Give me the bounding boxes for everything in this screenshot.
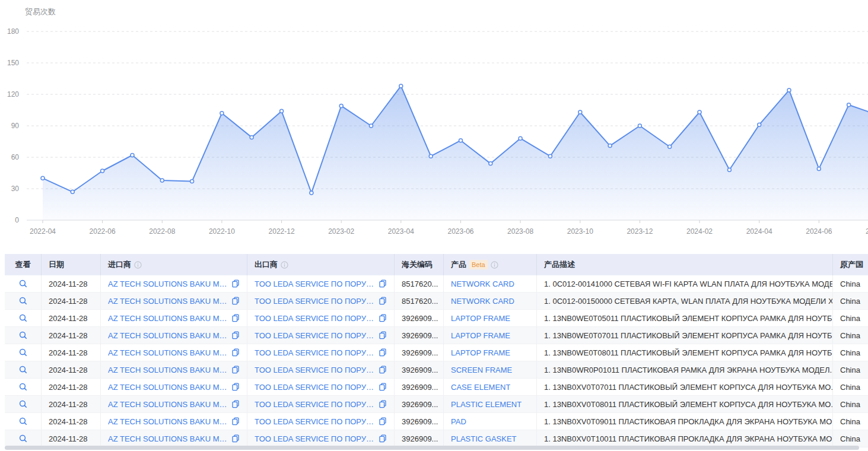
x-axis-label: 2024-04 <box>746 227 772 236</box>
view-search-icon[interactable] <box>18 279 28 288</box>
product-link[interactable]: SCREEN FRAME <box>451 366 512 374</box>
importer-cell: AZ TECH SOLUTIONS BAKU MMC <box>101 413 247 430</box>
copy-icon[interactable] <box>231 297 240 305</box>
view-search-icon[interactable] <box>18 348 28 357</box>
data-point-marker <box>727 168 731 171</box>
copy-icon[interactable] <box>231 400 240 408</box>
copy-icon[interactable] <box>231 383 240 391</box>
table-row: 2024-11-28 AZ TECH SOLUTIONS BAKU MMC TO… <box>5 293 868 310</box>
copy-icon[interactable] <box>231 348 240 357</box>
product-link[interactable]: LAPTOP FRAME <box>451 314 510 323</box>
exporter-link[interactable]: TOO LEDA SERVICE ПО ПОРУЧЕН... <box>255 400 375 409</box>
product-link[interactable]: LAPTOP FRAME <box>451 331 510 340</box>
exporter-link[interactable]: TOO LEDA SERVICE ПО ПОРУЧЕН... <box>255 331 375 340</box>
copy-icon[interactable] <box>231 434 240 443</box>
data-point-marker <box>578 110 582 114</box>
date-cell: 2024-11-28 <box>42 379 101 395</box>
product-link[interactable]: PLASTIC ELEMENT <box>451 400 522 409</box>
date-cell: 2024-11-28 <box>42 344 101 361</box>
table-row: 2024-11-28 AZ TECH SOLUTIONS BAKU MMC TO… <box>5 344 868 361</box>
product-link[interactable]: NETWORK CARD <box>451 280 514 288</box>
copy-icon[interactable] <box>379 297 387 305</box>
x-axis-label: 2022-08 <box>149 227 175 236</box>
importer-link[interactable]: AZ TECH SOLUTIONS BAKU MMC <box>108 417 228 426</box>
product-cell: SCREEN FRAME <box>444 361 537 378</box>
importer-link[interactable]: AZ TECH SOLUTIONS BAKU MMC <box>108 434 228 443</box>
data-point-marker <box>847 103 851 107</box>
hs-code-value: 3926909... <box>402 366 438 374</box>
date-value: 2024-11-28 <box>49 400 88 409</box>
importer-link[interactable]: AZ TECH SOLUTIONS BAKU MMC <box>108 314 228 323</box>
product-link[interactable]: PLASTIC GASKET <box>451 434 517 443</box>
product-link[interactable]: PAD <box>451 417 466 426</box>
copy-icon[interactable] <box>379 417 387 425</box>
origin-cell: China <box>833 275 868 292</box>
horizontal-scrollbar-thumb[interactable] <box>5 446 859 450</box>
importer-link[interactable]: AZ TECH SOLUTIONS BAKU MMC <box>108 400 228 409</box>
product-cell: LAPTOP FRAME <box>444 344 537 361</box>
view-search-icon[interactable] <box>18 313 28 323</box>
view-cell <box>5 310 42 326</box>
exporter-cell: TOO LEDA SERVICE ПО ПОРУЧЕН... <box>247 413 395 430</box>
importer-link[interactable]: AZ TECH SOLUTIONS BAKU MMC <box>108 348 228 357</box>
view-cell <box>5 293 42 309</box>
info-icon[interactable] <box>491 261 498 269</box>
view-search-icon[interactable] <box>18 296 28 306</box>
copy-icon[interactable] <box>231 280 240 288</box>
product-link[interactable]: CASE ELEMENT <box>451 383 510 392</box>
importer-link[interactable]: AZ TECH SOLUTIONS BAKU MMC <box>108 331 228 340</box>
copy-icon[interactable] <box>379 434 387 443</box>
date-value: 2024-11-28 <box>49 434 88 443</box>
importer-link[interactable]: AZ TECH SOLUTIONS BAKU MMC <box>108 280 228 288</box>
exporter-link[interactable]: TOO LEDA SERVICE ПО ПОРУЧЕН... <box>255 314 375 323</box>
column-header-product: 产品 Beta <box>444 254 537 275</box>
copy-icon[interactable] <box>379 366 387 374</box>
origin-value: China <box>840 366 860 374</box>
view-search-icon[interactable] <box>18 382 28 392</box>
copy-icon[interactable] <box>379 348 387 357</box>
origin-value: China <box>840 297 860 306</box>
copy-icon[interactable] <box>379 280 387 288</box>
view-search-icon[interactable] <box>18 331 28 340</box>
origin-cell: China <box>833 361 868 378</box>
x-axis-label: 2024-06 <box>806 227 832 236</box>
copy-icon[interactable] <box>379 400 387 408</box>
data-point-marker <box>190 180 194 183</box>
exporter-link[interactable]: TOO LEDA SERVICE ПО ПОРУЧЕН... <box>255 383 375 392</box>
importer-link[interactable]: AZ TECH SOLUTIONS BAKU MMC <box>108 383 228 392</box>
data-point-marker <box>370 124 373 128</box>
importer-link[interactable]: AZ TECH SOLUTIONS BAKU MMC <box>108 366 228 374</box>
exporter-link[interactable]: TOO LEDA SERVICE ПО ПОРУЧЕН... <box>255 280 375 288</box>
exporter-link[interactable]: TOO LEDA SERVICE ПО ПОРУЧЕН... <box>255 366 375 374</box>
copy-icon[interactable] <box>231 331 240 339</box>
copy-icon[interactable] <box>231 417 240 425</box>
importer-link[interactable]: AZ TECH SOLUTIONS BAKU MMC <box>108 297 228 306</box>
x-axis-label: 2022-04 <box>30 227 56 236</box>
exporter-link[interactable]: TOO LEDA SERVICE ПО ПОРУЧЕН... <box>255 417 375 426</box>
copy-icon[interactable] <box>231 366 240 374</box>
info-icon[interactable] <box>134 261 142 269</box>
chart-title: 贸易次数 <box>25 7 56 17</box>
view-search-icon[interactable] <box>18 365 28 374</box>
column-header-description: 产品描述 <box>537 254 833 275</box>
exporter-link[interactable]: TOO LEDA SERVICE ПО ПОРУЧЕН... <box>255 297 375 306</box>
view-search-icon[interactable] <box>18 399 28 409</box>
product-link[interactable]: LAPTOP FRAME <box>451 348 510 357</box>
view-search-icon[interactable] <box>18 417 28 426</box>
column-header-importer: 进口商 <box>101 254 247 275</box>
exporter-link[interactable]: TOO LEDA SERVICE ПО ПОРУЧЕН... <box>255 434 375 443</box>
data-point-marker <box>787 88 791 92</box>
copy-icon[interactable] <box>231 314 240 322</box>
copy-icon[interactable] <box>379 314 387 322</box>
date-value: 2024-11-28 <box>49 383 88 392</box>
hs-code-value: 3926909... <box>402 417 438 426</box>
description-value: 1. 13NB0WE0T07011 ПЛАСТИКОВЫЙ ЭЛЕМЕНТ КО… <box>544 331 833 340</box>
exporter-link[interactable]: TOO LEDA SERVICE ПО ПОРУЧЕН... <box>255 348 375 357</box>
view-search-icon[interactable] <box>18 434 28 443</box>
product-link[interactable]: NETWORK CARD <box>451 297 514 306</box>
copy-icon[interactable] <box>379 331 387 339</box>
copy-icon[interactable] <box>379 383 387 391</box>
origin-cell: China <box>833 379 868 395</box>
data-point-marker <box>41 176 44 180</box>
info-icon[interactable] <box>281 261 288 269</box>
